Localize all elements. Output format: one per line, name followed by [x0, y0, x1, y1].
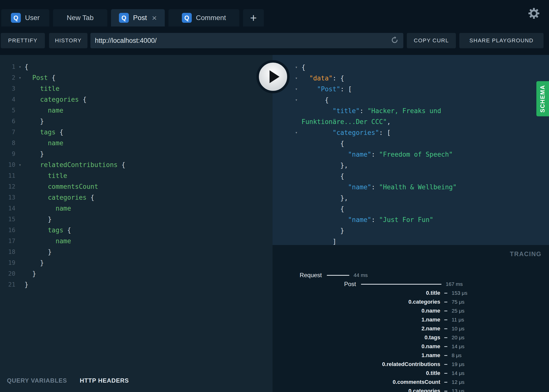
query-editor-line[interactable]: 13 categories { [0, 192, 273, 203]
response-line: "name": "Freedom of Speech" [273, 149, 549, 160]
query-editor-line[interactable]: 16 tags { [0, 225, 273, 236]
line-number: 6 [0, 116, 15, 127]
query-editor-line[interactable]: 21} [0, 279, 273, 290]
fold-arrow-slot [15, 246, 25, 257]
response-line: ▾ "categories": [ [273, 127, 549, 138]
tracing-label: 0.relatedContributions [273, 361, 440, 368]
query-editor-line[interactable]: 19 } [0, 257, 273, 268]
query-editor-pane[interactable]: 1▾{2▾ Post {3 title4 categories {5 name6… [0, 55, 273, 392]
tab-bar: Q User New Tab Q Post × Q Comment + [0, 0, 549, 26]
query-editor-line[interactable]: 12 commentsCount [0, 181, 273, 192]
fold-arrow-icon[interactable]: ▾ [273, 127, 302, 138]
execute-query-button[interactable] [256, 60, 290, 93]
http-headers-tab[interactable]: HTTP HEADERS [80, 377, 129, 384]
tab-new-tab[interactable]: New Tab [53, 9, 107, 26]
query-editor-line[interactable]: 18 } [0, 246, 273, 257]
tracing-duration-bar [444, 302, 447, 302]
fold-arrow-slot [273, 182, 302, 193]
tracing-row: 0.tags20 μs [273, 333, 549, 342]
query-editor-line[interactable]: 7 tags { [0, 127, 273, 138]
line-number: 13 [0, 192, 15, 203]
query-code-text: } [25, 214, 52, 225]
history-button[interactable]: HISTORY [49, 33, 87, 48]
fold-arrow-slot [273, 214, 302, 225]
reload-icon[interactable] [390, 36, 399, 45]
query-editor-line[interactable]: 15 } [0, 214, 273, 225]
query-editor-lines: 1▾{2▾ Post {3 title4 categories {5 name6… [0, 55, 273, 290]
share-playground-button[interactable]: SHARE PLAYGROUND [459, 33, 544, 48]
query-editor-line[interactable]: 17 name [0, 236, 273, 246]
prettify-button[interactable]: PRETTIFY [1, 33, 45, 48]
fold-arrow-slot [15, 279, 25, 290]
add-tab-button[interactable]: + [243, 9, 264, 26]
response-code-text: }, [302, 193, 348, 203]
query-code-text: } [25, 116, 44, 127]
line-number: 18 [0, 246, 15, 257]
fold-arrow-icon[interactable]: ▾ [15, 72, 25, 83]
query-code-text: } [25, 268, 36, 279]
query-code-text: title [25, 83, 59, 94]
query-editor-line[interactable]: 5 name [0, 105, 273, 116]
query-badge-icon: Q [119, 13, 129, 23]
fold-arrow-slot [273, 193, 302, 203]
gear-icon[interactable] [528, 8, 540, 20]
fold-arrow-slot [273, 116, 302, 127]
tracing-duration-bar [444, 382, 447, 383]
fold-arrow-slot [273, 160, 302, 171]
response-line: ▾ { [273, 95, 549, 105]
line-number: 9 [0, 148, 15, 159]
line-number: 21 [0, 279, 15, 290]
query-editor-line[interactable]: 4 categories { [0, 94, 273, 105]
tracing-row: Request44 ms [273, 271, 549, 280]
line-number: 14 [0, 203, 15, 214]
tracing-time: 12 μs [452, 379, 465, 385]
query-editor-line[interactable]: 6 } [0, 116, 273, 127]
query-code-text: commentsCount [25, 181, 98, 192]
endpoint-url-input[interactable] [95, 37, 387, 45]
tracing-duration-bar [444, 311, 447, 311]
fold-arrow-slot [273, 138, 302, 149]
tab-user[interactable]: Q User [1, 9, 49, 26]
tracing-time: 11 μs [452, 317, 464, 323]
response-line: ▾{ [273, 62, 549, 73]
fold-arrow-icon[interactable]: ▾ [15, 61, 25, 72]
query-editor-line[interactable]: 14 name [0, 203, 273, 214]
tracing-row: 0.name14 μs [273, 342, 549, 351]
tracing-label: Request [273, 272, 322, 279]
tab-label: User [25, 14, 40, 22]
tab-comment[interactable]: Q Comment [168, 9, 239, 26]
tracing-label: 0.categories [273, 388, 440, 392]
query-editor-line[interactable]: 1▾{ [0, 61, 273, 72]
endpoint-url-box[interactable] [90, 33, 403, 48]
query-editor-line[interactable]: 3 title [0, 83, 273, 94]
response-code-text: "name": "Freedom of Speech" [302, 149, 453, 160]
line-number: 1 [0, 61, 15, 72]
tracing-title: TRACING [510, 250, 542, 258]
response-code-text: "categories": [ [302, 127, 391, 138]
response-pane: ▾{▾ "data": {▾ "Post": [▾ { "title": "Ha… [273, 55, 549, 245]
query-editor-line[interactable]: 20 } [0, 268, 273, 279]
query-badge-icon: Q [182, 13, 192, 23]
query-code-text: categories { [25, 94, 86, 105]
query-editor-line[interactable]: 11 title [0, 170, 273, 181]
query-variables-tab[interactable]: QUERY VARIABLES [7, 377, 67, 384]
close-icon[interactable]: × [152, 14, 157, 22]
query-editor-line[interactable]: 9 } [0, 148, 273, 159]
fold-arrow-slot [15, 192, 25, 203]
query-editor-line[interactable]: 10▾ relatedContributions { [0, 159, 273, 170]
query-code-text: { [25, 61, 28, 72]
response-line: "name": "Health & Wellbeing" [273, 182, 549, 193]
tracing-row: 0.name25 μs [273, 306, 549, 315]
query-editor-line[interactable]: 2▾ Post { [0, 72, 273, 83]
copy-curl-button[interactable]: COPY CURL [407, 33, 456, 48]
line-number: 20 [0, 268, 15, 279]
tab-post-active[interactable]: Q Post × [111, 9, 165, 26]
schema-side-tab[interactable]: SCHEMA [536, 81, 549, 116]
fold-arrow-icon[interactable]: ▾ [15, 159, 25, 170]
query-editor-line[interactable]: 8 name [0, 138, 273, 148]
fold-arrow-icon[interactable]: ▾ [273, 95, 302, 105]
fold-arrow-slot [15, 116, 25, 127]
tracing-row: Post167 ms [273, 280, 549, 289]
line-number: 8 [0, 138, 15, 148]
response-code-text: { [302, 62, 305, 73]
